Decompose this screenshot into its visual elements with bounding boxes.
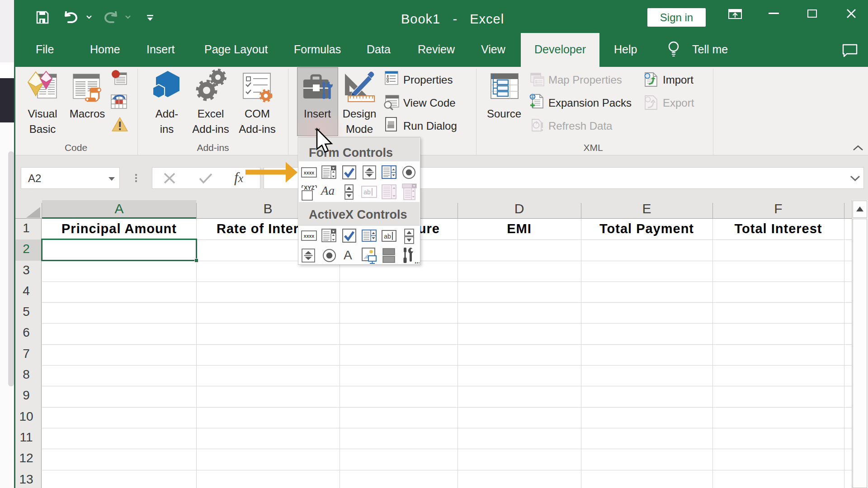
- svg-text:xxxx: xxxx: [304, 170, 315, 175]
- svg-text:XYZ: XYZ: [304, 185, 314, 191]
- svg-text:ab: ab: [363, 188, 371, 196]
- svg-text:ab: ab: [384, 233, 391, 240]
- svg-text:...: ...: [415, 257, 420, 265]
- svg-text:xxxx: xxxx: [304, 233, 315, 239]
